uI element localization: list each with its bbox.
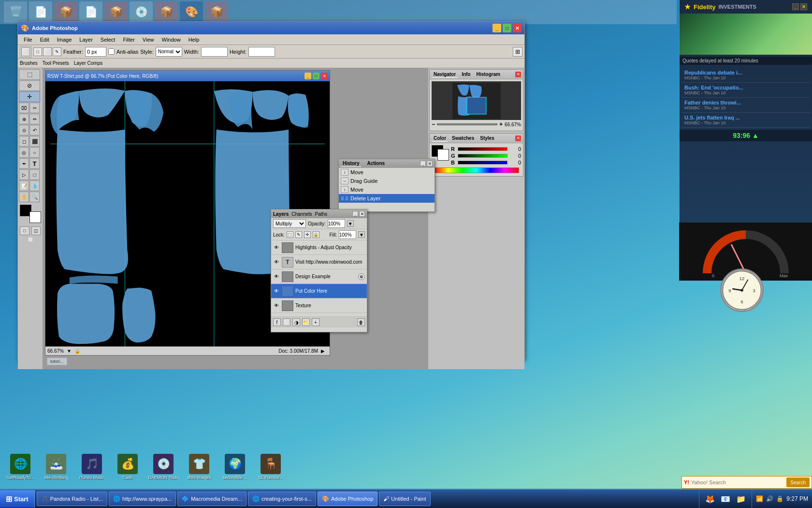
- healing-tool[interactable]: ⊕: [19, 114, 29, 124]
- histogram-tab[interactable]: Histogram: [474, 71, 502, 77]
- channels-tab[interactable]: Channels: [291, 211, 312, 217]
- taskbar-btn-dreamweaver[interactable]: 🔷 Macromedia Dream...: [177, 492, 246, 506]
- opacity-input[interactable]: [328, 219, 345, 228]
- move-tool[interactable]: ✛: [19, 91, 40, 102]
- layer-delete-btn[interactable]: 🗑: [357, 318, 365, 326]
- blend-mode-select[interactable]: Multiply: [273, 219, 306, 228]
- taskbar-btn-spraypа[interactable]: 🌐 http://www.spraypа...: [109, 492, 176, 506]
- layer-eye-highlights[interactable]: 👁: [273, 244, 280, 251]
- navigator-tab[interactable]: Navigator: [432, 71, 458, 78]
- eyedrop-tool[interactable]: 💧: [29, 180, 40, 191]
- dodge-tool[interactable]: ○: [29, 147, 40, 158]
- feather-input[interactable]: [85, 47, 106, 57]
- taskbar-firefox-icon[interactable]: 🦊: [703, 492, 717, 506]
- brushes-tab[interactable]: Brushes: [20, 60, 38, 66]
- ps-minimize-btn[interactable]: _: [493, 24, 501, 32]
- g-slider[interactable]: [458, 154, 508, 158]
- layer-design-example[interactable]: 👁 Design Example ⊕: [271, 269, 367, 284]
- layer-group-btn[interactable]: 📁: [302, 318, 310, 326]
- menu-file[interactable]: File: [20, 36, 36, 44]
- r-slider[interactable]: [458, 147, 508, 151]
- shape-tool[interactable]: □: [29, 169, 40, 180]
- history-item-move-1[interactable]: ↕ Move: [339, 168, 435, 177]
- ps-close-btn[interactable]: ✕: [513, 24, 522, 32]
- layer-eye-visit-url[interactable]: 👁: [273, 259, 280, 266]
- doc-maximize-btn[interactable]: □: [313, 73, 319, 79]
- layer-visit-url[interactable]: 👁 T Visit http://www.robinwood.com: [271, 255, 367, 269]
- lock-move-btn[interactable]: ✛: [304, 231, 311, 238]
- selection-mode-btn[interactable]: ⬜: [21, 47, 30, 56]
- layer-eye-design[interactable]: 👁: [273, 273, 280, 280]
- daemon-tools-icon[interactable]: 💿: [130, 1, 153, 23]
- lock-position-btn[interactable]: ⬚: [287, 231, 293, 238]
- color-spectrum-bar[interactable]: [434, 167, 519, 173]
- actions-tab[interactable]: Actions: [365, 160, 387, 167]
- layer-texture[interactable]: 👁 Texture: [271, 299, 367, 313]
- height-input[interactable]: [248, 47, 275, 57]
- photoshop-shortcut-icon[interactable]: 🎨: [180, 1, 203, 23]
- history-brush-tool[interactable]: ↶: [29, 125, 40, 135]
- history-tab[interactable]: History: [341, 160, 361, 167]
- screen-mode-toggle[interactable]: ⬜: [20, 238, 41, 242]
- slice-tool[interactable]: ✂: [29, 103, 40, 113]
- paths-tab[interactable]: Paths: [315, 211, 328, 217]
- lasso-tool[interactable]: ⊘: [19, 80, 40, 91]
- fill-arrow-btn[interactable]: ▼: [358, 231, 365, 238]
- zoom-tool[interactable]: 🔍: [29, 192, 40, 202]
- background-color-swatch[interactable]: [29, 211, 41, 223]
- winrar-icon-4[interactable]: 📦: [205, 1, 228, 23]
- layer-eye-color[interactable]: 👁: [273, 288, 280, 295]
- dock-icon-daemon[interactable]: 💿 DAEMON Tools: [147, 454, 180, 480]
- eraser-tool[interactable]: ◻: [19, 136, 29, 147]
- document-icon-2[interactable]: 📄: [79, 1, 102, 23]
- zoom-plus-btn[interactable]: +: [499, 121, 503, 128]
- dock-icon-siteclimbing[interactable]: 🗻 site-climbing: [40, 454, 72, 480]
- winrar-icon-1[interactable]: 📦: [54, 1, 77, 23]
- ps-maximize-btn[interactable]: □: [503, 24, 511, 32]
- dock-icon-shirtimages[interactable]: 👕 shirt-Images: [183, 454, 216, 480]
- zoom-minus-btn[interactable]: −: [432, 121, 435, 128]
- layer-comps-tab[interactable]: Layer Comps: [74, 60, 102, 66]
- layer-fx-btn[interactable]: f: [273, 318, 281, 326]
- news-item-3[interactable]: Father denies throwi... MSNBC - Thu Jan …: [682, 98, 810, 113]
- taskbar-btn-pandora[interactable]: 🎵 Pandora Radio - List...: [37, 492, 107, 506]
- navigator-close-btn[interactable]: ✕: [515, 72, 521, 77]
- history-item-drag-guide[interactable]: ↔ Drag Guide: [339, 177, 435, 185]
- taskbar-btn-creating[interactable]: 🌐 creating-your-first-s...: [248, 492, 316, 506]
- layer-highlights[interactable]: 👁 Highlights - Adjust Opacity: [271, 240, 367, 255]
- standard-mode-btn[interactable]: □: [20, 226, 29, 235]
- width-input[interactable]: [201, 47, 228, 57]
- menu-view[interactable]: View: [139, 36, 158, 44]
- dock-icon-secondlife[interactable]: 🌍 secondlife-...: [218, 454, 251, 480]
- quickmask-btn[interactable]: ◫: [31, 226, 41, 235]
- taskbar-btn-photoshop[interactable]: 🎨 Adobe Photoshop: [318, 492, 377, 506]
- menu-window[interactable]: Window: [158, 36, 185, 44]
- news-item-2[interactable]: Bush: End 'occupatio... MSNBC - Thu Jan …: [682, 83, 810, 98]
- document-icon-1[interactable]: 📄: [29, 1, 52, 23]
- winrar-icon-2[interactable]: 📦: [104, 1, 128, 23]
- bg-color-swatch[interactable]: [437, 149, 449, 161]
- yahoo-search-input[interactable]: [691, 479, 784, 485]
- stamp-tool[interactable]: ⊙: [19, 125, 29, 135]
- layer-put-color-here[interactable]: 👁 Put Color Here: [271, 284, 367, 299]
- opacity-arrow-btn[interactable]: ▼: [347, 220, 354, 227]
- layer-adj-btn[interactable]: ◑: [292, 318, 300, 326]
- style-select[interactable]: Normal: [156, 47, 182, 57]
- menu-image[interactable]: Image: [53, 36, 76, 44]
- anti-alias-checkbox[interactable]: [108, 48, 115, 55]
- path-tool[interactable]: ▷: [19, 169, 29, 180]
- design-link-icon[interactable]: ⊕: [358, 273, 365, 280]
- tool-presets-tab[interactable]: Tool Presets: [43, 60, 69, 66]
- menu-help[interactable]: Help: [185, 36, 203, 44]
- hand-tool[interactable]: ✋: [19, 192, 29, 202]
- notes-tool[interactable]: 📝: [19, 180, 29, 191]
- menu-filter[interactable]: Filter: [119, 36, 138, 44]
- winrar-icon-3[interactable]: 📦: [155, 1, 178, 23]
- swatches-tab[interactable]: Swatches: [450, 135, 476, 141]
- lock-image-btn[interactable]: ✎: [295, 231, 302, 238]
- tool-btn-1[interactable]: □: [33, 47, 42, 56]
- lock-all-btn[interactable]: 🔒: [313, 231, 319, 238]
- layers-min-btn[interactable]: _: [352, 211, 358, 217]
- layer-new-btn[interactable]: +: [312, 318, 319, 326]
- tool-btn-3[interactable]: ✎: [53, 47, 61, 56]
